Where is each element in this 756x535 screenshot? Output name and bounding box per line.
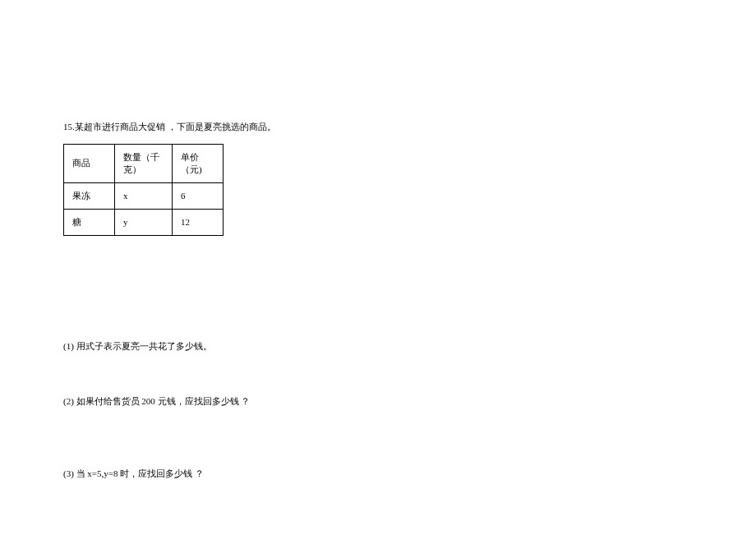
table-cell: 果冻 <box>64 182 115 209</box>
product-table: 商品 数量（千克） 单价（元) 果冻 x 6 糖 y 12 <box>63 144 224 236</box>
document-content: 15.某超市进行商品大促销 ，下面是夏亮挑选的商品。 商品 数量（千克） 单价（… <box>63 120 474 481</box>
table-row: 糖 y 12 <box>64 209 224 235</box>
table-cell: x <box>115 182 173 209</box>
table-header-product: 商品 <box>64 144 115 182</box>
table-header-price: 单价（元) <box>173 144 224 182</box>
table-cell: y <box>115 209 173 235</box>
problem-title: 15.某超市进行商品大促销 ，下面是夏亮挑选的商品。 <box>63 120 474 134</box>
problem-number: 15. <box>63 122 75 131</box>
table-row: 果冻 x 6 <box>64 182 224 209</box>
question-1: (1) 用式子表示夏亮一共花了多少钱。 <box>63 339 474 354</box>
table-cell: 6 <box>173 182 224 209</box>
question-3: (3) 当 x=5,y=8 时，应找回多少钱 ？ <box>63 467 474 482</box>
table-cell: 12 <box>173 209 224 235</box>
table-cell: 糖 <box>64 209 115 235</box>
table-row: 商品 数量（千克） 单价（元) <box>64 144 224 182</box>
problem-intro: 某超市进行商品大促销 ，下面是夏亮挑选的商品。 <box>75 122 276 131</box>
question-2: (2) 如果付给售货员 200 元钱，应找回多少钱 ？ <box>63 394 474 409</box>
table-header-quantity: 数量（千克） <box>115 144 173 182</box>
